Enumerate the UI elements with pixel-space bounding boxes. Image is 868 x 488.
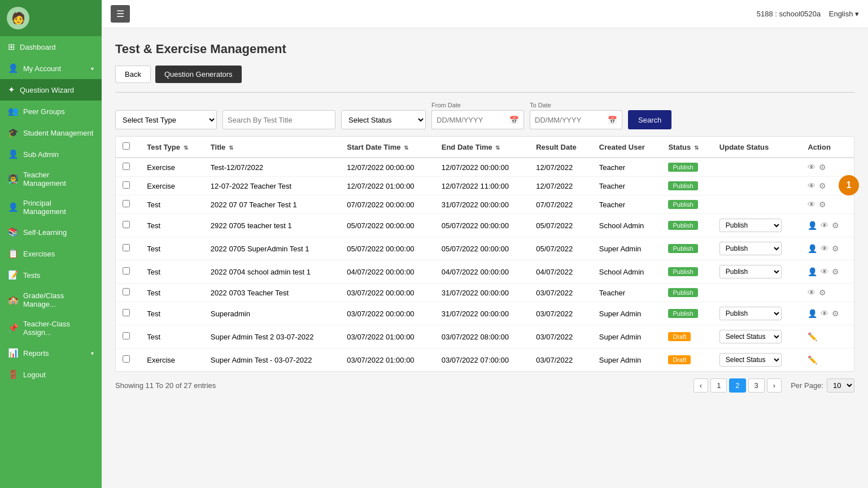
settings-icon[interactable]: ⚙ [832,244,839,253]
view-icon[interactable]: 👁 [808,288,815,297]
to-date-input[interactable] [530,110,603,129]
table-row: Test 2922 0705 teacher test 1 05/07/2022… [116,214,854,237]
view-icon[interactable]: 👁 [821,221,828,230]
sidebar-item-dashboard[interactable]: ⊞ Dashboard [0,36,102,58]
col-result-date: Result Date [529,137,592,158]
edit-icon[interactable]: ✏️ [808,355,817,364]
header-user-info: 5188 : school0520a English ▾ [757,10,859,18]
to-date-calendar-button[interactable]: 📅 [603,110,622,129]
sidebar-item-logout[interactable]: 🚪 Logout [0,364,102,385]
user-icon[interactable]: 👤 [808,221,817,230]
sidebar-item-self-learning[interactable]: 📚 Self-Learning [0,221,102,243]
search-title-input[interactable] [223,110,335,129]
view-icon[interactable]: 👁 [808,163,815,172]
sidebar-icon-teacher-management: 👨‍🏫 [8,174,19,184]
search-button[interactable]: Search [628,110,671,129]
back-button[interactable]: Back [115,66,151,83]
settings-icon[interactable]: ⚙ [819,200,826,209]
user-icon[interactable]: 👤 [808,267,817,276]
language-arrow: ▾ [855,10,859,18]
row-checkbox[interactable] [123,163,130,170]
pagination-prev[interactable]: ‹ [693,378,708,393]
col-test-type[interactable]: Test Type ⇅ [140,137,204,158]
update-status-select[interactable]: PublishDraft [719,307,782,320]
update-status-select[interactable]: PublishDraft [719,265,782,278]
settings-icon[interactable]: ⚙ [832,267,839,276]
cell-created-user: Super Admin [592,237,662,260]
settings-icon[interactable]: ⚙ [819,288,826,297]
from-date-calendar-button[interactable]: 📅 [505,110,524,129]
pagination-info: Showing 11 To 20 of 27 entries [115,381,216,390]
row-checkbox[interactable] [123,200,130,207]
sidebar-item-principal-management[interactable]: 👤 Principal Management [0,193,102,221]
row-checkbox[interactable] [123,332,130,339]
data-table-wrapper: Test Type ⇅ Title ⇅ Start Date Time ⇅ En… [115,136,854,372]
cell-action: 👤👁⚙ [801,214,854,237]
sidebar-item-my-account[interactable]: 👤 My Account ▾ [0,58,102,79]
question-generators-button[interactable]: Question Generators [155,66,242,83]
row-checkbox[interactable] [123,309,130,316]
sidebar-item-teacher-management[interactable]: 👨‍🏫 Teacher Management [0,165,102,193]
cell-start-date: 03/07/2022 01:00:00 [340,348,434,372]
user-icon[interactable]: 👤 [808,244,817,253]
sidebar-item-peer-groups[interactable]: 👥 Peer Groups [0,101,102,122]
view-icon[interactable]: 👁 [821,267,828,276]
sidebar-item-teacher-class[interactable]: 📌 Teacher-Class Assign... [0,314,102,342]
sidebar-item-question-wizard[interactable]: ✦ Question Wizard [0,79,102,101]
col-action: Action [801,137,854,158]
col-title[interactable]: Title ⇅ [204,137,340,158]
sidebar-item-grade-class[interactable]: 🏫 Grade/Class Manage... [0,286,102,314]
settings-icon[interactable]: ⚙ [832,309,839,318]
view-icon[interactable]: 👁 [808,200,815,209]
pagination-next[interactable]: › [767,378,782,393]
row-checkbox[interactable] [123,355,130,363]
sidebar-item-tests[interactable]: 📝 Tests [0,264,102,286]
cell-end-date: 31/07/2022 00:00:00 [435,195,529,214]
update-status-select[interactable]: PublishDraft [719,242,782,255]
settings-icon[interactable]: ⚙ [819,181,826,190]
sidebar-item-student-management[interactable]: 🎓 Student Management [0,122,102,143]
cell-update-status [713,284,801,302]
row-checkbox[interactable] [123,221,130,228]
sidebar-arrow-reports: ▾ [91,350,94,356]
cell-end-date: 05/07/2022 00:00:00 [435,214,529,237]
col-start-date[interactable]: Start Date Time ⇅ [340,137,434,158]
cell-start-date: 03/07/2022 00:00:00 [340,284,434,302]
avatar: 🧑 [7,7,29,29]
row-checkbox[interactable] [123,181,130,189]
select-all-checkbox[interactable] [123,142,130,150]
sidebar-item-reports[interactable]: 📊 Reports ▾ [0,342,102,364]
user-icon[interactable]: 👤 [808,309,817,318]
sidebar-item-sub-admin[interactable]: 👤 Sub Admin [0,143,102,165]
col-status[interactable]: Status ⇅ [661,137,712,158]
row-checkbox[interactable] [123,288,130,295]
hamburger-button[interactable]: ☰ [111,5,130,23]
from-date-input[interactable] [431,110,505,129]
edit-icon[interactable]: ✏️ [808,332,817,341]
cell-result-date: 03/07/2022 [529,284,592,302]
sidebar-item-exercises[interactable]: 📋 Exercises [0,243,102,264]
step-badge: 1 [839,175,859,195]
pagination-page-2[interactable]: 2 [729,378,745,393]
row-checkbox[interactable] [123,267,130,274]
language-selector[interactable]: English [829,10,853,18]
table-row: Test Superadmin 03/07/2022 00:00:00 31/0… [116,302,854,325]
view-icon[interactable]: 👁 [821,244,828,253]
status-select[interactable]: Select Status Publish Draft [341,110,426,129]
col-end-date[interactable]: End Date Time ⇅ [435,137,529,158]
update-status-select[interactable]: PublishDraft [719,219,782,232]
cell-test-type: Test [140,237,204,260]
update-status-select[interactable]: Select StatusPublishDraft [719,353,782,367]
test-type-select[interactable]: Select Test Type Test Exercise [115,110,217,129]
settings-icon[interactable]: ⚙ [819,163,826,172]
view-icon[interactable]: 👁 [808,181,815,190]
settings-icon[interactable]: ⚙ [832,221,839,230]
pagination-page-3[interactable]: 3 [748,378,765,393]
update-status-select[interactable]: Select StatusPublishDraft [719,330,782,343]
per-page-select[interactable]: 10 20 50 [827,378,854,393]
view-icon[interactable]: 👁 [821,309,828,318]
row-checkbox[interactable] [123,244,130,251]
sidebar-label-student-management: Student Management [23,129,93,137]
table-body: Exercise Test-12/07/2022 12/07/2022 00:0… [116,158,854,371]
pagination-page-1[interactable]: 1 [710,378,727,393]
